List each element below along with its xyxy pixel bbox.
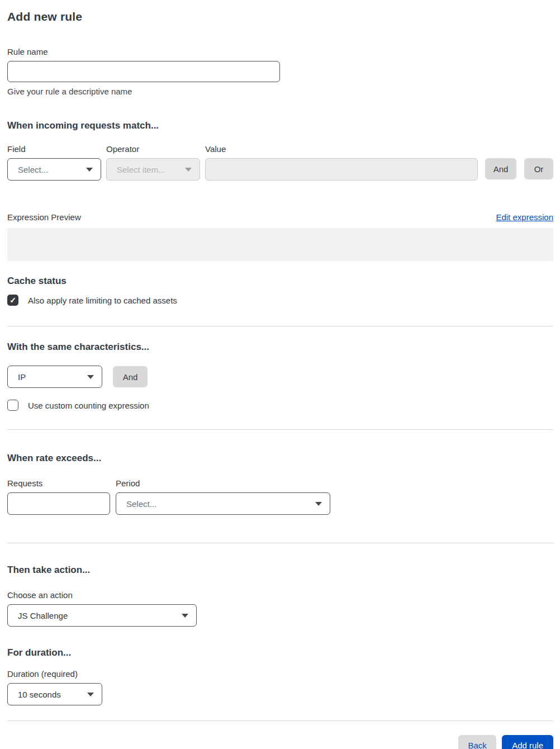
divider bbox=[7, 429, 553, 430]
requests-label: Requests bbox=[7, 478, 110, 488]
duration-label: Duration (required) bbox=[7, 669, 553, 679]
period-select[interactable]: Select... bbox=[116, 492, 330, 515]
action-select[interactable]: JS Challenge bbox=[7, 604, 197, 627]
check-icon: ✓ bbox=[10, 296, 16, 304]
requests-input[interactable] bbox=[7, 492, 110, 515]
duration-select[interactable]: 10 seconds bbox=[7, 683, 102, 705]
chevron-down-icon bbox=[87, 375, 94, 379]
cache-checkbox-row: ✓ Also apply rate limiting to cached ass… bbox=[7, 295, 553, 306]
match-section-heading: When incoming requests match... bbox=[7, 120, 553, 131]
characteristics-and-button[interactable]: And bbox=[113, 366, 148, 387]
chevron-down-icon bbox=[86, 168, 93, 172]
chevron-down-icon bbox=[87, 693, 94, 696]
field-select-value: Select... bbox=[18, 165, 48, 174]
chevron-down-icon bbox=[182, 614, 188, 618]
field-group: Field Select... bbox=[7, 144, 101, 181]
operator-select-value: Select item... bbox=[117, 165, 165, 174]
requests-group: Requests bbox=[7, 478, 110, 515]
value-label: Value bbox=[205, 144, 478, 154]
or-button[interactable]: Or bbox=[524, 158, 553, 179]
rule-name-label: Rule name bbox=[7, 47, 553, 56]
duration-group: Duration (required) 10 seconds bbox=[7, 669, 553, 705]
cache-status-heading: Cache status bbox=[7, 276, 553, 287]
rate-heading: When rate exceeds... bbox=[7, 453, 553, 464]
duration-heading: For duration... bbox=[7, 647, 553, 658]
field-select[interactable]: Select... bbox=[7, 158, 101, 181]
back-button[interactable]: Back bbox=[458, 735, 496, 749]
action-heading: Then take action... bbox=[7, 565, 553, 576]
field-label: Field bbox=[7, 144, 101, 154]
chevron-down-icon bbox=[185, 168, 192, 172]
characteristic-select[interactable]: IP bbox=[7, 366, 102, 388]
chevron-down-icon bbox=[315, 502, 322, 506]
counting-expression-checkbox[interactable] bbox=[7, 400, 18, 411]
value-input bbox=[205, 158, 478, 181]
counting-expression-label: Use custom counting expression bbox=[28, 401, 149, 410]
action-group: Choose an action JS Challenge bbox=[7, 590, 553, 627]
match-row: Field Select... Operator Select item... … bbox=[7, 144, 553, 181]
divider bbox=[7, 720, 553, 721]
edit-expression-link[interactable]: Edit expression bbox=[496, 212, 553, 222]
action-label: Choose an action bbox=[7, 590, 553, 600]
rate-row: Requests Period Select... bbox=[7, 478, 553, 515]
footer: Back Add rule bbox=[7, 735, 553, 749]
rule-name-group: Rule name Give your rule a descriptive n… bbox=[7, 47, 553, 96]
cache-checkbox-label: Also apply rate limiting to cached asset… bbox=[28, 296, 177, 305]
duration-select-value: 10 seconds bbox=[18, 690, 61, 699]
counting-expression-row: Use custom counting expression bbox=[7, 400, 553, 411]
action-select-value: JS Challenge bbox=[18, 611, 68, 620]
rule-name-input[interactable] bbox=[7, 61, 280, 82]
operator-select: Select item... bbox=[106, 158, 200, 181]
add-rule-form: Add new rule Rule name Give your rule a … bbox=[0, 0, 560, 749]
expression-header: Expression Preview Edit expression bbox=[7, 212, 553, 222]
page-title: Add new rule bbox=[7, 10, 553, 23]
add-rule-button[interactable]: Add rule bbox=[502, 735, 553, 749]
expression-preview-box bbox=[7, 228, 553, 261]
characteristics-heading: With the same characteristics... bbox=[7, 342, 553, 353]
period-group: Period Select... bbox=[116, 478, 330, 515]
and-button[interactable]: And bbox=[485, 158, 516, 179]
cache-checkbox[interactable]: ✓ bbox=[7, 295, 18, 306]
operator-group: Operator Select item... bbox=[106, 144, 200, 181]
characteristic-select-value: IP bbox=[18, 372, 26, 382]
period-select-value: Select... bbox=[126, 499, 156, 509]
value-group: Value bbox=[205, 144, 478, 181]
rule-name-helper: Give your rule a descriptive name bbox=[7, 87, 553, 96]
divider bbox=[7, 543, 553, 543]
operator-label: Operator bbox=[106, 144, 200, 154]
divider bbox=[7, 326, 553, 326]
period-label: Period bbox=[116, 478, 330, 488]
expression-preview-label: Expression Preview bbox=[7, 212, 81, 222]
characteristics-row: IP And bbox=[7, 366, 553, 388]
